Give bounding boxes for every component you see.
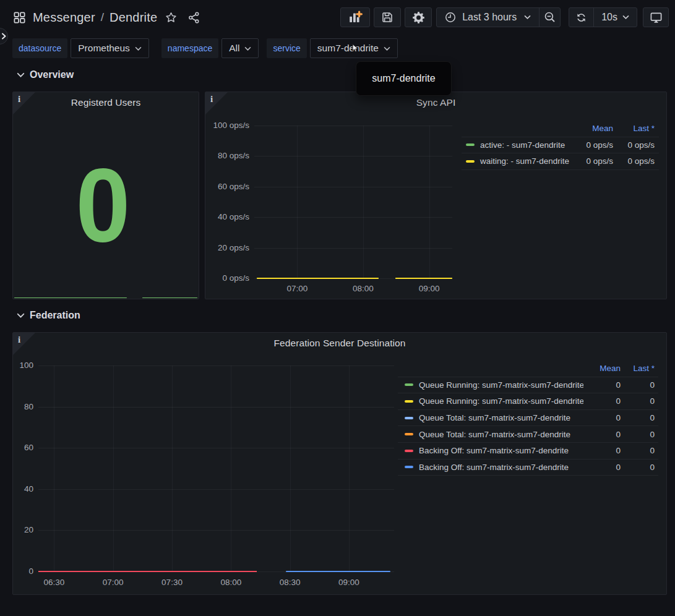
legend-last-value: 0 (621, 446, 655, 455)
panel-title[interactable]: Registerd Users (13, 97, 199, 108)
kiosk-mode-button[interactable] (643, 7, 669, 27)
legend-series-name[interactable]: Backing Off: sum7-matrix-sum7-dendrite (398, 463, 583, 472)
zoom-out-time-button[interactable] (540, 8, 560, 27)
variable-namespace: namespace All (161, 38, 259, 58)
gridline (38, 407, 394, 408)
x-tick-label: 07:00 (93, 577, 133, 588)
y-tick-label: 80 (13, 401, 33, 413)
legend-row: active: - sum7-dendrite0 ops/s0 ops/s (462, 137, 659, 154)
legend-header-row: MeanLast * (462, 121, 659, 137)
add-panel-button[interactable] (340, 7, 370, 27)
chevron-down-icon (622, 15, 629, 20)
chevron-down-icon (524, 15, 531, 20)
refresh-interval-picker[interactable]: 10s (594, 8, 637, 27)
legend-series-swatch (405, 466, 413, 468)
series-line-segment (257, 278, 379, 280)
gridline (54, 366, 54, 571)
legend-table: MeanLast *Queue Running: sum7-matrix-sum… (398, 361, 658, 476)
legend-mean-value: 0 (583, 430, 621, 439)
time-range-picker[interactable]: Last 3 hours (437, 8, 539, 27)
panel-sync-api: i Sync API 100 ops/s80 ops/s60 ops/s40 o… (205, 92, 667, 299)
x-tick-label: 06:30 (34, 577, 74, 588)
plot-area[interactable] (38, 366, 394, 571)
refresh-group: 10s (569, 7, 637, 27)
refresh-interval-label: 10s (601, 12, 617, 23)
legend-row: waiting: - sum7-dendrite0 ops/s0 ops/s (462, 153, 659, 170)
variable-label-service: service (267, 38, 306, 58)
legend-column-mean[interactable]: Mean (583, 364, 621, 373)
save-dashboard-button[interactable] (374, 7, 401, 27)
legend-series-swatch (466, 160, 475, 163)
dashboard-settings-button[interactable] (405, 7, 432, 27)
gridline (349, 366, 350, 571)
legend-series-name[interactable]: Queue Total: sum7-matrix-sum7-dendrite (398, 430, 583, 439)
star-button[interactable] (165, 11, 178, 24)
gridline (172, 366, 173, 571)
row-header-federation[interactable]: Federation (17, 310, 80, 321)
time-picker-group: Last 3 hours (436, 7, 561, 27)
legend-mean-value: 0 (583, 463, 621, 472)
x-tick-label: 09:00 (410, 283, 449, 294)
legend-series-name[interactable]: active: - sum7-dendrite (462, 140, 570, 150)
legend-table: MeanLast *active: - sum7-dendrite0 ops/s… (462, 121, 659, 170)
legend-column-mean[interactable]: Mean (570, 124, 613, 133)
legend-series-name[interactable]: Queue Running: sum7-matrix-sum7-dendrite (398, 380, 583, 390)
legend-mean-value: 0 (583, 380, 621, 390)
add-panel-icon (348, 10, 363, 25)
open-menu-button[interactable] (0, 28, 8, 45)
gridline (290, 366, 291, 571)
refresh-button[interactable] (569, 8, 593, 27)
variable-select-namespace[interactable]: All (221, 38, 259, 58)
row-title-overview: Overview (30, 69, 74, 80)
variable-label-namespace: namespace (161, 38, 218, 58)
y-axis: 100 ops/s80 ops/s60 ops/s40 ops/s20 ops/… (205, 126, 249, 278)
zoom-out-icon (544, 11, 556, 24)
chevron-down-icon (244, 46, 251, 51)
gridline (254, 248, 452, 249)
legend-row: Backing Off: sum7-matrix-sum7-dendrite00 (398, 460, 658, 476)
breadcrumb-dashboard-title[interactable]: Dendrite (110, 11, 157, 25)
x-axis: 07:0008:0009:00 (254, 283, 452, 294)
variable-label-datasource: datasource (12, 38, 67, 58)
legend-mean-value: 0 (583, 446, 621, 455)
legend-column-last[interactable]: Last * (621, 364, 655, 373)
x-axis: 06:3007:0007:3008:0008:3009:00 (38, 577, 394, 588)
legend-column-last[interactable]: Last * (613, 124, 655, 133)
legend-series-swatch (405, 417, 413, 419)
panel-federation-sender-destination: i Federation Sender Destination 10080604… (12, 332, 667, 595)
x-tick-label: 08:00 (211, 577, 251, 588)
legend-header-row: MeanLast * (398, 361, 658, 377)
legend-series-name[interactable]: Queue Total: sum7-matrix-sum7-dendrite (398, 413, 583, 422)
legend-mean-value: 0 (583, 396, 621, 406)
legend-series-name[interactable]: Queue Running: sum7-matrix-sum7-dendrite (398, 396, 583, 406)
sparkline-segment (14, 297, 127, 299)
gridline (231, 366, 231, 571)
y-tick-label: 40 ops/s (205, 212, 249, 223)
dashboards-grid-icon[interactable] (14, 12, 25, 24)
gridline (38, 448, 394, 448)
legend-series-name[interactable]: waiting: - sum7-dendrite (462, 156, 570, 166)
gridline (254, 187, 452, 187)
series-line-segment (395, 278, 452, 280)
gear-icon (412, 11, 425, 24)
breadcrumb-folder[interactable]: Messenger (33, 11, 95, 25)
stat-sparkline (13, 297, 199, 299)
variable-select-datasource[interactable]: Prometheus (71, 38, 149, 58)
chevron-down-icon (17, 72, 25, 78)
legend-last-value: 0 ops/s (613, 156, 655, 166)
row-header-overview[interactable]: Overview (17, 69, 74, 80)
clock-icon (445, 12, 456, 23)
legend-mean-value: 0 (583, 413, 621, 422)
series-line-segment (38, 571, 257, 572)
y-tick-label: 40 (13, 484, 33, 495)
share-button[interactable] (188, 12, 200, 24)
time-range-label: Last 3 hours (462, 12, 518, 23)
legend-row: Queue Running: sum7-matrix-sum7-dendrite… (398, 377, 658, 394)
legend-series-name[interactable]: Backing Off: sum7-matrix-sum7-dendrite (398, 446, 583, 455)
x-tick-label: 07:30 (152, 577, 192, 588)
variable-tooltip: sum7-dendrite (356, 61, 452, 96)
legend-series-swatch (405, 400, 413, 403)
mouse-cursor (352, 44, 359, 53)
plot-area[interactable] (254, 126, 452, 278)
x-tick-label: 07:00 (277, 283, 317, 294)
